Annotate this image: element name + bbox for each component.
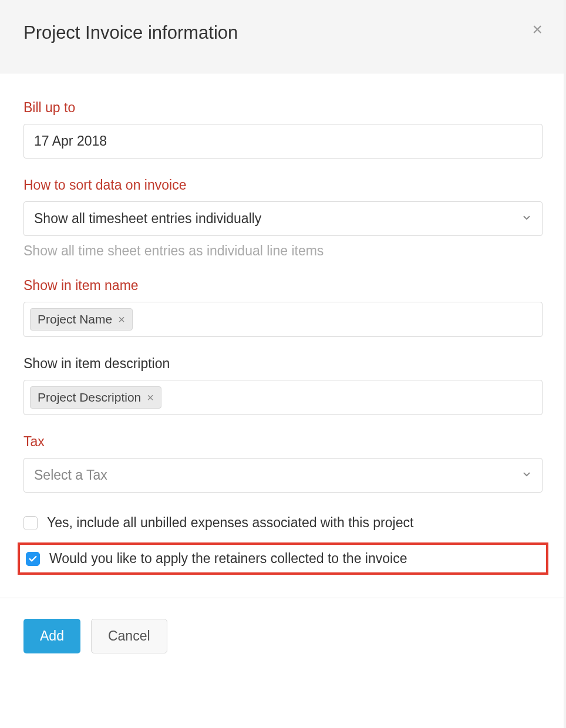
retainers-checkbox-row: Would you like to apply the retainers co… xyxy=(18,542,548,575)
scrollbar-track xyxy=(564,0,566,728)
modal-body: Bill up to How to sort data on invoice S… xyxy=(0,73,566,598)
modal-title: Project Invoice information xyxy=(23,22,238,43)
tag-label: Project Description xyxy=(38,390,141,405)
cancel-button[interactable]: Cancel xyxy=(91,619,167,653)
item-name-field: Show in item name Project Name × xyxy=(23,278,543,337)
expenses-checkbox-row: Yes, include all unbilled expenses assoc… xyxy=(23,511,543,534)
retainers-checkbox-label: Would you like to apply the retainers co… xyxy=(49,551,407,567)
sort-label: How to sort data on invoice xyxy=(23,177,543,193)
sort-select[interactable]: Show all timesheet entries individually xyxy=(23,201,543,236)
item-desc-input[interactable]: Project Description × xyxy=(23,380,543,415)
tag-label: Project Name xyxy=(38,312,112,326)
bill-up-to-field: Bill up to xyxy=(23,100,543,159)
item-name-label: Show in item name xyxy=(23,278,543,294)
modal-header: Project Invoice information × xyxy=(0,0,566,73)
close-icon[interactable]: × xyxy=(532,22,543,36)
tax-field: Tax Select a Tax xyxy=(23,434,543,493)
item-name-input[interactable]: Project Name × xyxy=(23,302,543,337)
expenses-checkbox[interactable] xyxy=(23,516,38,530)
add-button[interactable]: Add xyxy=(23,619,80,653)
expenses-checkbox-label: Yes, include all unbilled expenses assoc… xyxy=(47,515,413,531)
sort-help-text: Show all time sheet entries as individua… xyxy=(23,243,543,259)
close-icon[interactable]: × xyxy=(147,392,154,403)
close-icon[interactable]: × xyxy=(118,314,125,325)
tax-select[interactable]: Select a Tax xyxy=(23,458,543,493)
item-desc-field: Show in item description Project Descrip… xyxy=(23,356,543,415)
sort-field: How to sort data on invoice Show all tim… xyxy=(23,177,543,259)
item-desc-label: Show in item description xyxy=(23,356,543,372)
item-desc-tag: Project Description × xyxy=(30,386,161,409)
modal-footer: Add Cancel xyxy=(0,598,566,674)
retainers-checkbox[interactable] xyxy=(26,552,40,566)
bill-up-to-label: Bill up to xyxy=(23,100,543,116)
tax-label: Tax xyxy=(23,434,543,450)
bill-up-to-input[interactable] xyxy=(23,124,543,159)
item-name-tag: Project Name × xyxy=(30,308,133,331)
